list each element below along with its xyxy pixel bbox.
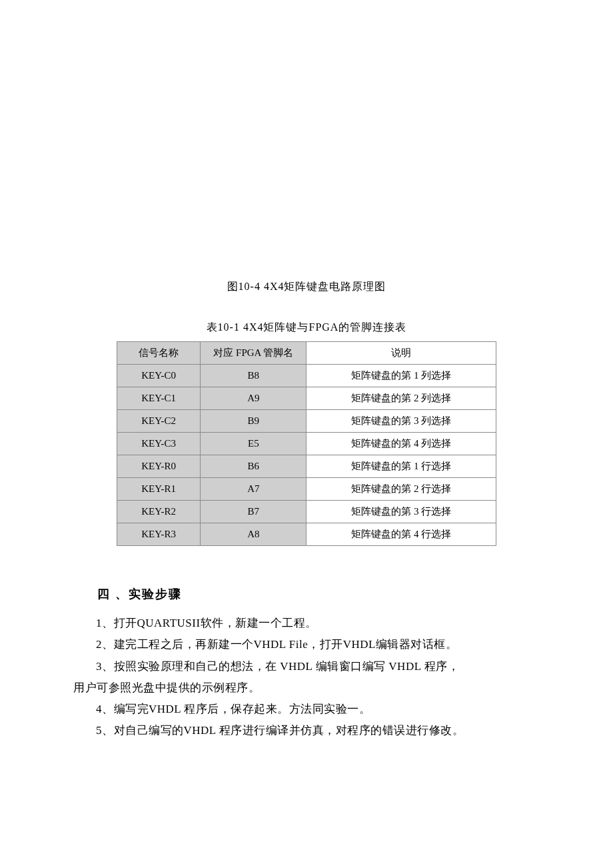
step-3-line1: 3、按照实验原理和自己的想法，在 VHDL 编辑窗口编写 VHDL 程序，: [73, 656, 540, 677]
table-row: KEY-R2 B7 矩阵键盘的第 3 行选择: [117, 501, 496, 523]
table-caption: 表10-1 4X4矩阵键与FPGA的管脚连接表: [73, 321, 540, 335]
cell-signal: KEY-R0: [117, 455, 201, 478]
cell-desc: 矩阵键盘的第 1 列选择: [306, 365, 496, 387]
figure-caption: 图10-4 4X4矩阵键盘电路原理图: [73, 280, 540, 294]
cell-desc: 矩阵键盘的第 2 列选择: [306, 387, 496, 410]
cell-pin: E5: [201, 433, 306, 455]
cell-pin: A7: [201, 478, 306, 501]
cell-desc: 矩阵键盘的第 3 列选择: [306, 410, 496, 433]
step-3-line2: 用户可参照光盘中提供的示例程序。: [73, 677, 540, 699]
step-2: 2、建完工程之后，再新建一个VHDL File，打开VHDL编辑器对话框。: [73, 634, 540, 655]
cell-pin: B8: [201, 365, 306, 387]
cell-desc: 矩阵键盘的第 4 行选择: [306, 523, 496, 546]
page-content: 图10-4 4X4矩阵键盘电路原理图 表10-1 4X4矩阵键与FPGA的管脚连…: [0, 0, 613, 782]
cell-desc: 矩阵键盘的第 4 列选择: [306, 433, 496, 455]
section-title: 四 、实验步骤: [73, 586, 540, 602]
table-header-desc: 说明: [306, 342, 496, 365]
cell-signal: KEY-C3: [117, 433, 201, 455]
cell-pin: A8: [201, 523, 306, 546]
cell-signal: KEY-R2: [117, 501, 201, 523]
cell-signal: KEY-C0: [117, 365, 201, 387]
table-row: KEY-C3 E5 矩阵键盘的第 4 列选择: [117, 433, 496, 455]
table-row: KEY-R3 A8 矩阵键盘的第 4 行选择: [117, 523, 496, 546]
table-row: KEY-C1 A9 矩阵键盘的第 2 列选择: [117, 387, 496, 410]
cell-signal: KEY-C2: [117, 410, 201, 433]
table-row: KEY-R0 B6 矩阵键盘的第 1 行选择: [117, 455, 496, 478]
step-5: 5、对自己编写的VHDL 程序进行编译并仿真，对程序的错误进行修改。: [73, 720, 540, 741]
cell-pin: B9: [201, 410, 306, 433]
cell-desc: 矩阵键盘的第 1 行选择: [306, 455, 496, 478]
table-header-row: 信号名称 对应 FPGA 管脚名 说明: [117, 342, 496, 365]
table-row: KEY-C2 B9 矩阵键盘的第 3 列选择: [117, 410, 496, 433]
table-row: KEY-C0 B8 矩阵键盘的第 1 列选择: [117, 365, 496, 387]
table-row: KEY-R1 A7 矩阵键盘的第 2 行选择: [117, 478, 496, 501]
figure-placeholder: [73, 53, 540, 280]
table-header-signal: 信号名称: [117, 342, 201, 365]
cell-desc: 矩阵键盘的第 3 行选择: [306, 501, 496, 523]
cell-signal: KEY-R3: [117, 523, 201, 546]
cell-pin: A9: [201, 387, 306, 410]
pin-table: 信号名称 对应 FPGA 管脚名 说明 KEY-C0 B8 矩阵键盘的第 1 列…: [117, 341, 496, 546]
cell-signal: KEY-R1: [117, 478, 201, 501]
cell-pin: B7: [201, 501, 306, 523]
step-1: 1、打开QUARTUSII软件，新建一个工程。: [73, 613, 540, 634]
step-4: 4、编写完VHDL 程序后，保存起来。方法同实验一。: [73, 699, 540, 720]
table-header-pin: 对应 FPGA 管脚名: [201, 342, 306, 365]
cell-signal: KEY-C1: [117, 387, 201, 410]
cell-pin: B6: [201, 455, 306, 478]
cell-desc: 矩阵键盘的第 2 行选择: [306, 478, 496, 501]
